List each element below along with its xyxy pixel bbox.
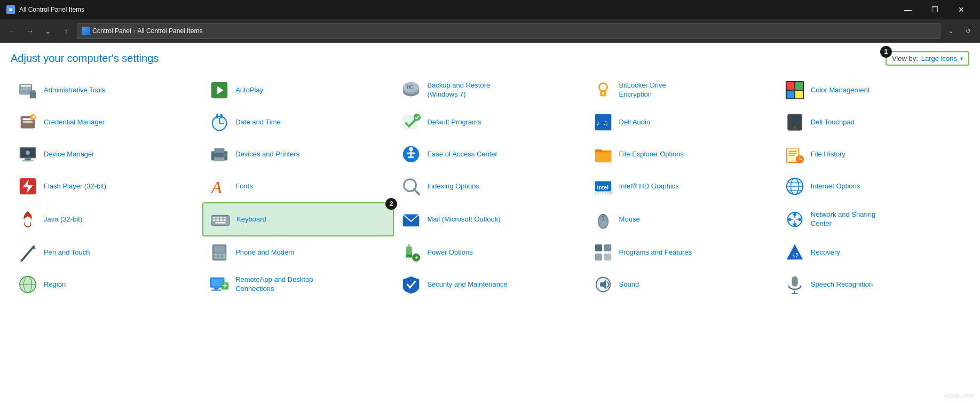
items-grid: Administrative ToolsAutoPlayHDBackup and…: [11, 74, 969, 301]
app-icon: [6, 5, 15, 14]
view-by-control[interactable]: 1 View by: Large icons ▾: [886, 51, 969, 66]
svg-rect-44: [25, 159, 30, 161]
close-button[interactable]: ✕: [949, 0, 974, 19]
item-mouse[interactable]: Mouse: [586, 202, 778, 236]
title-bar: All Control Panel Items — ❐ ✕: [0, 0, 980, 19]
path-all-items: All Control Panel Items: [137, 27, 202, 35]
svg-point-35: [414, 114, 421, 121]
svg-point-96: [793, 223, 796, 226]
forward-button[interactable]: →: [22, 23, 37, 38]
item-devices-printers[interactable]: Devices and Printers: [202, 138, 394, 170]
programs-features-icon: [592, 242, 614, 263]
ease-access-icon: [400, 144, 422, 165]
item-speech-recognition[interactable]: Speech Recognition: [778, 268, 969, 301]
item-administrative-tools[interactable]: Administrative Tools: [11, 74, 202, 106]
sound-label: Sound: [619, 280, 639, 289]
item-file-history[interactable]: File History: [778, 138, 969, 170]
minimize-button[interactable]: —: [896, 0, 920, 19]
item-fonts[interactable]: AFonts: [202, 170, 394, 202]
programs-features-label: Programs and Features: [619, 248, 692, 257]
address-dropdown-button[interactable]: ⌄: [944, 23, 959, 38]
default-programs-label: Default Programs: [427, 118, 481, 127]
maximize-button[interactable]: ❐: [922, 0, 947, 19]
item-backup-restore[interactable]: HDBackup and Restore (Windows 7): [394, 74, 586, 106]
dropdown-button[interactable]: ⌄: [41, 23, 56, 38]
date-time-icon: [209, 112, 230, 133]
view-by-badge: 1: [880, 46, 892, 58]
svg-rect-1: [9, 9, 12, 10]
item-mail-outlook[interactable]: Mail (Microsoft Outlook): [394, 202, 586, 236]
item-date-time[interactable]: Date and Time: [202, 106, 394, 138]
item-file-explorer[interactable]: File Explorer Options: [586, 138, 778, 170]
up-button[interactable]: ↑: [59, 23, 74, 38]
item-recovery[interactable]: ↺Recovery: [778, 236, 969, 268]
backup-restore-label: Backup and Restore (Windows 7): [427, 81, 490, 99]
network-sharing-label: Network and Sharing Center: [811, 210, 875, 228]
item-bitlocker[interactable]: BitLocker Drive Encryption: [586, 74, 778, 106]
svg-rect-119: [595, 254, 602, 260]
item-internet-options[interactable]: Internet Options: [778, 170, 969, 202]
item-credential-manager[interactable]: ★Credential Manager: [11, 106, 202, 138]
path-control-panel: Control Panel: [92, 27, 131, 35]
region-icon: [17, 274, 38, 295]
pen-touch-icon: [17, 242, 38, 263]
address-path[interactable]: Control Panel › All Control Panel Items: [77, 23, 941, 39]
item-indexing[interactable]: Indexing Options: [394, 170, 586, 202]
svg-rect-107: [218, 254, 222, 256]
path-icon: [82, 27, 90, 35]
item-flash-player[interactable]: Flash Player (32-bit): [11, 170, 202, 202]
recovery-icon: ↺: [784, 242, 805, 263]
item-dell-audio[interactable]: ♪♫Dell Audio: [586, 106, 778, 138]
device-manager-label: Device Manager: [44, 150, 94, 159]
sound-icon: [592, 274, 614, 295]
svg-rect-3: [9, 8, 12, 9]
file-history-label: File History: [811, 150, 845, 159]
item-color-management[interactable]: Color Management: [778, 74, 969, 106]
keyboard-label: Keyboard: [236, 215, 266, 224]
item-ease-access[interactable]: Ease of Access Center: [394, 138, 586, 170]
item-default-programs[interactable]: Default Programs: [394, 106, 586, 138]
item-keyboard[interactable]: Keyboard2: [202, 202, 394, 236]
svg-rect-48: [215, 148, 225, 154]
item-programs-features[interactable]: Programs and Features: [586, 236, 778, 268]
item-remoteapp[interactable]: RemoteApp and Desktop Connections: [202, 268, 394, 301]
item-phone-modem[interactable]: Phone and Modem: [202, 236, 394, 268]
svg-rect-21: [795, 82, 803, 90]
item-dell-touchpad[interactable]: Dell Touchpad: [778, 106, 969, 138]
java-icon: [17, 209, 38, 230]
item-intel-graphics[interactable]: IntelHD GraphicsIntel® HD Graphics: [586, 170, 778, 202]
region-label: Region: [44, 280, 66, 289]
mail-outlook-icon: [400, 209, 422, 230]
item-device-manager[interactable]: Device Manager: [11, 138, 202, 170]
item-power-options[interactable]: +Power Options: [394, 236, 586, 268]
file-history-icon: [784, 144, 805, 165]
svg-text:HD: HD: [407, 84, 414, 90]
svg-line-101: [22, 247, 34, 261]
item-region[interactable]: Region: [11, 268, 202, 301]
bitlocker-label: BitLocker Drive Encryption: [619, 81, 666, 99]
svg-point-94: [793, 213, 796, 216]
item-network-sharing[interactable]: Network and Sharing Center: [778, 202, 969, 236]
item-pen-touch[interactable]: Pen and Touch: [11, 236, 202, 268]
dell-audio-label: Dell Audio: [619, 118, 651, 127]
phone-modem-icon: [209, 242, 230, 263]
fonts-label: Fonts: [235, 182, 253, 191]
item-security-maintenance[interactable]: Security and Maintenance: [394, 268, 586, 301]
security-maintenance-icon: [400, 274, 422, 295]
refresh-button[interactable]: ↺: [961, 23, 976, 38]
date-time-label: Date and Time: [235, 118, 281, 127]
back-button[interactable]: ←: [4, 23, 19, 38]
item-java[interactable]: Java (32-bit): [11, 202, 202, 236]
svg-rect-26: [23, 121, 33, 123]
svg-rect-9: [31, 90, 35, 92]
svg-rect-128: [211, 290, 222, 291]
item-autoplay[interactable]: AutoPlay: [202, 74, 394, 106]
mail-outlook-label: Mail (Microsoft Outlook): [427, 215, 500, 224]
devices-printers-icon: [209, 144, 230, 165]
title-bar-left: All Control Panel Items: [6, 5, 84, 14]
file-explorer-label: File Explorer Options: [619, 150, 684, 159]
address-right: ⌄ ↺: [944, 23, 976, 38]
path-separator-1: ›: [133, 28, 136, 34]
svg-rect-49: [215, 157, 225, 162]
item-sound[interactable]: Sound: [586, 268, 778, 301]
